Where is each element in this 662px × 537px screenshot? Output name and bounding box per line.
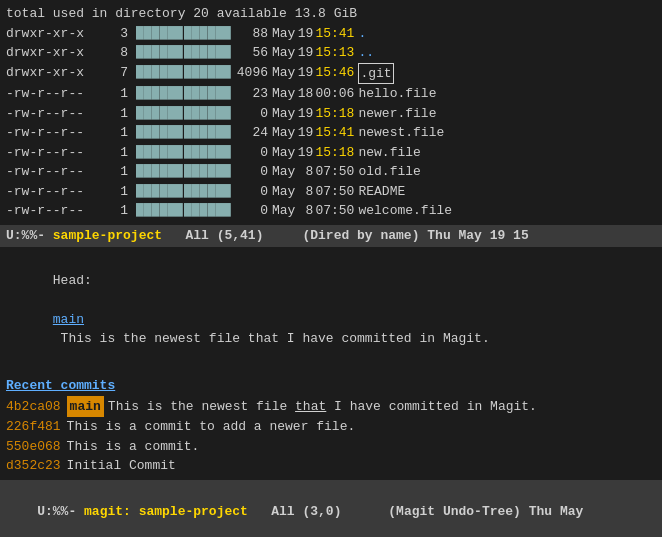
commit-list: 4b2ca08mainThis is the newest file that … — [6, 396, 656, 476]
magit-pane: Head: main This is the newest file that … — [0, 247, 662, 480]
terminal-window: total used in directory 20 available 13.… — [0, 0, 662, 537]
file-row[interactable]: drwxr-xr-x8████████████56May1915:13.. — [6, 43, 656, 63]
status-bar-bottom: U:%%- magit: sample-project All (3,0) (M… — [0, 480, 662, 537]
file-row[interactable]: -rw-r--r--1████████████24May1915:41newes… — [6, 123, 656, 143]
commit-row[interactable]: d352c23Initial Commit — [6, 456, 656, 476]
file-row[interactable]: -rw-r--r--1████████████0May1915:18newer.… — [6, 104, 656, 124]
file-row[interactable]: drwxr-xr-x3████████████88May1915:41. — [6, 24, 656, 44]
recent-commits-header: Recent commits — [6, 376, 656, 396]
mode-indicator: U:%%- — [6, 226, 53, 247]
status-info-top: All (5,41) (Dired by name) Thu May 19 15 — [162, 226, 529, 247]
commit-message: This is a commit to add a newer file. — [67, 417, 356, 437]
file-list: drwxr-xr-x3████████████88May1915:41.drwx… — [6, 24, 656, 221]
status-info-bottom: All (3,0) (Magit Undo-Tree) Thu May — [248, 504, 583, 519]
file-row[interactable]: drwxr-xr-x7████████████4096May1915:46.gi… — [6, 63, 656, 85]
status-bar-top: U:%%- sample-project All (5,41) (Dired b… — [0, 225, 662, 248]
head-label: Head: — [53, 273, 92, 288]
file-row[interactable]: -rw-r--r--1████████████0May807:50old.fil… — [6, 162, 656, 182]
buffer-name-bottom: magit: sample-project — [84, 504, 248, 519]
commit-message: This is a commit. — [67, 437, 200, 457]
file-row[interactable]: -rw-r--r--1████████████0May807:50welcome… — [6, 201, 656, 221]
mode-indicator-bottom: U:%%- — [37, 504, 84, 519]
head-message: This is the newest file that I have comm… — [53, 331, 490, 346]
file-row[interactable]: -rw-r--r--1████████████0May807:50README — [6, 182, 656, 202]
branch-tag: main — [67, 396, 104, 418]
total-line: total used in directory 20 available 13.… — [6, 4, 656, 24]
file-row[interactable]: -rw-r--r--1████████████0May1915:18new.fi… — [6, 143, 656, 163]
commit-hash: d352c23 — [6, 456, 61, 476]
dired-pane: total used in directory 20 available 13.… — [0, 0, 662, 225]
commit-row[interactable]: 226f481This is a commit to add a newer f… — [6, 417, 656, 437]
commit-message: Initial Commit — [67, 456, 176, 476]
file-row[interactable]: -rw-r--r--1████████████23May1800:06hello… — [6, 84, 656, 104]
commit-hash: 4b2ca08 — [6, 397, 61, 417]
commit-message: This is the newest file that I have comm… — [108, 397, 537, 417]
head-branch[interactable]: main — [53, 312, 84, 327]
buffer-name-top: sample-project — [53, 226, 162, 247]
commit-hash: 226f481 — [6, 417, 61, 437]
commit-row[interactable]: 550e068This is a commit. — [6, 437, 656, 457]
head-line: Head: main This is the newest file that … — [6, 251, 656, 368]
commit-hash: 550e068 — [6, 437, 61, 457]
commit-row[interactable]: 4b2ca08mainThis is the newest file that … — [6, 396, 656, 418]
